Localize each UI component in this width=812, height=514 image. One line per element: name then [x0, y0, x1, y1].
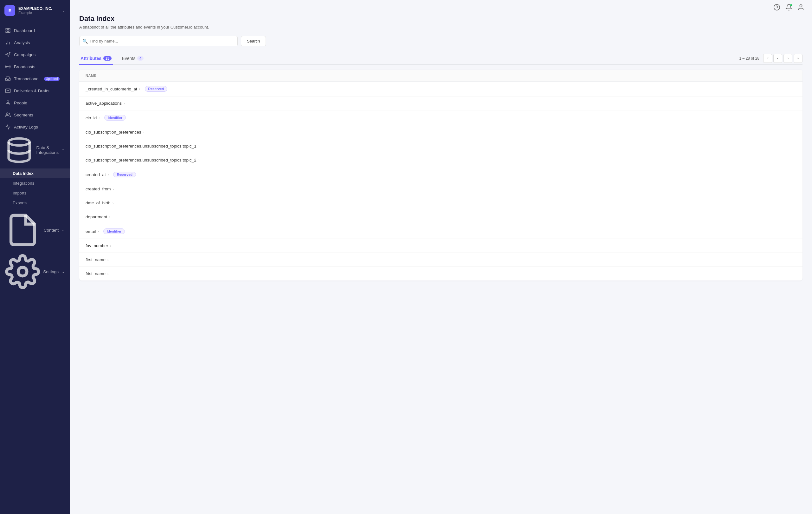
- sidebar-item-analysis[interactable]: Analysis: [0, 36, 70, 49]
- table-row[interactable]: fav_number ›: [79, 239, 803, 253]
- sidebar-item-exports[interactable]: Exports: [0, 198, 70, 208]
- sidebar-item-integrations[interactable]: Integrations: [0, 178, 70, 188]
- svg-point-9: [6, 113, 8, 114]
- notification-icon[interactable]: [785, 4, 792, 11]
- identifier-badge: Identifier: [104, 115, 126, 120]
- page-title: Data Index: [79, 15, 803, 23]
- megaphone-icon: [5, 52, 11, 57]
- row-name: date_of_birth ›: [86, 200, 113, 205]
- sidebar-item-label: Data & Integrations: [36, 145, 59, 155]
- table-row[interactable]: _created_in_customerio_at › Reserved: [79, 82, 803, 97]
- row-chevron-icon: ›: [113, 201, 114, 205]
- inbox-icon: [5, 76, 11, 82]
- tabs-list: Attributes 28 Events 4: [79, 53, 152, 64]
- first-page-button[interactable]: «: [763, 54, 772, 63]
- sub-item-label: Integrations: [13, 181, 34, 186]
- sidebar-item-segments[interactable]: Segments: [0, 109, 70, 121]
- file-icon: [5, 212, 40, 248]
- table-row[interactable]: cio_subscription_preferences.unsubscribe…: [79, 139, 803, 153]
- row-chevron-icon: ›: [198, 144, 200, 148]
- row-chevron-icon: ›: [143, 130, 145, 134]
- sidebar-item-deliveries[interactable]: Deliveries & Drafts: [0, 85, 70, 97]
- table-row[interactable]: date_of_birth ›: [79, 196, 803, 210]
- row-name: email › Identifier: [86, 228, 125, 234]
- search-input-wrap: 🔍: [79, 36, 238, 46]
- last-page-button[interactable]: »: [793, 54, 803, 63]
- search-input[interactable]: [79, 36, 238, 46]
- sidebar-item-settings[interactable]: Settings ⌄: [0, 251, 70, 292]
- row-name: created_at › Reserved: [86, 172, 136, 178]
- company-name: EXAMPLECO, INC.: [19, 6, 62, 11]
- table-row[interactable]: department ›: [79, 210, 803, 224]
- svg-rect-3: [8, 31, 10, 33]
- table-row[interactable]: created_at › Reserved: [79, 167, 803, 182]
- table-row[interactable]: active_applications ›: [79, 97, 803, 110]
- sidebar-item-activity-logs[interactable]: Activity Logs: [0, 121, 70, 133]
- row-chevron-icon: ›: [113, 187, 114, 191]
- topbar: [70, 0, 812, 15]
- sidebar-item-label: Dashboard: [14, 28, 35, 33]
- mail-icon: [5, 88, 11, 93]
- sidebar-item-data-integrations[interactable]: Data & Integrations ⌃: [0, 133, 70, 167]
- company-logo: E: [4, 5, 15, 16]
- expand-icon: ⌃: [62, 148, 65, 152]
- sidebar-item-content[interactable]: Content ⌄: [0, 209, 70, 251]
- company-sub: Example: [19, 11, 62, 15]
- row-chevron-icon: ›: [109, 215, 110, 219]
- sidebar-item-data-index[interactable]: Data Index: [0, 168, 70, 178]
- sidebar-item-broadcasts[interactable]: Broadcasts: [0, 61, 70, 73]
- table-row[interactable]: first_name ›: [79, 253, 803, 267]
- row-name: first_name ›: [86, 257, 109, 262]
- svg-point-7: [8, 66, 8, 67]
- row-name: created_from ›: [86, 187, 114, 191]
- table-row[interactable]: email › Identifier: [79, 224, 803, 239]
- help-icon[interactable]: [773, 4, 780, 11]
- row-name: frist_name ›: [86, 271, 109, 276]
- svg-rect-2: [6, 31, 7, 33]
- sub-item-label: Imports: [13, 191, 26, 195]
- next-page-button[interactable]: ›: [783, 54, 792, 63]
- user-avatar-icon[interactable]: [798, 4, 804, 11]
- sidebar-item-imports[interactable]: Imports: [0, 188, 70, 198]
- table-row[interactable]: frist_name ›: [79, 267, 803, 280]
- tab-label: Events: [122, 56, 135, 61]
- sub-item-label: Data Index: [13, 171, 34, 176]
- sidebar-item-label: Content: [44, 228, 59, 233]
- row-name: department ›: [86, 215, 110, 219]
- search-button[interactable]: Search: [241, 36, 266, 46]
- sidebar-item-dashboard[interactable]: Dashboard: [0, 24, 70, 36]
- sidebar-item-label: Transactional: [14, 77, 39, 81]
- notification-dot: [790, 4, 792, 6]
- row-chevron-icon: ›: [108, 172, 109, 177]
- table-row[interactable]: cio_subscription_preferences ›: [79, 125, 803, 139]
- tab-label: Attributes: [81, 56, 102, 61]
- search-bar: 🔍 Search: [79, 36, 803, 46]
- sidebar-item-people[interactable]: People: [0, 97, 70, 109]
- reserved-badge: Reserved: [145, 86, 168, 92]
- company-header[interactable]: E EXAMPLECO, INC. Example ⌄: [0, 0, 70, 21]
- bar-chart-icon: [5, 40, 11, 45]
- row-name: cio_subscription_preferences ›: [86, 130, 144, 135]
- sidebar-item-label: Campaigns: [14, 52, 35, 57]
- sidebar-item-label: Analysis: [14, 40, 30, 45]
- sidebar-item-label: Activity Logs: [14, 125, 38, 130]
- tabs-row: Attributes 28 Events 4 1 – 28 of 28 « ‹ …: [79, 53, 803, 65]
- tab-attributes[interactable]: Attributes 28: [79, 53, 113, 65]
- table-row[interactable]: cio_subscription_preferences.unsubscribe…: [79, 153, 803, 167]
- sidebar-item-transactional[interactable]: Transactional Updated: [0, 73, 70, 85]
- row-name: cio_subscription_preferences.unsubscribe…: [86, 158, 199, 162]
- prev-page-button[interactable]: ‹: [773, 54, 782, 63]
- sidebar-item-campaigns[interactable]: Campaigns: [0, 49, 70, 61]
- attributes-count: 28: [103, 56, 112, 61]
- table-row[interactable]: created_from ›: [79, 182, 803, 196]
- row-chevron-icon: ›: [97, 229, 99, 233]
- events-count: 4: [137, 56, 144, 61]
- sidebar-item-label: Settings: [43, 269, 59, 274]
- company-info: EXAMPLECO, INC. Example: [19, 6, 62, 15]
- page-subtitle: A snapshot of all the attributes and eve…: [79, 25, 803, 29]
- sidebar-item-label: Segments: [14, 113, 33, 117]
- expand-icon: ⌄: [62, 270, 65, 274]
- table-row[interactable]: cio_id › Identifier: [79, 110, 803, 125]
- tab-events[interactable]: Events 4: [120, 53, 145, 65]
- row-name: cio_id › Identifier: [86, 115, 126, 120]
